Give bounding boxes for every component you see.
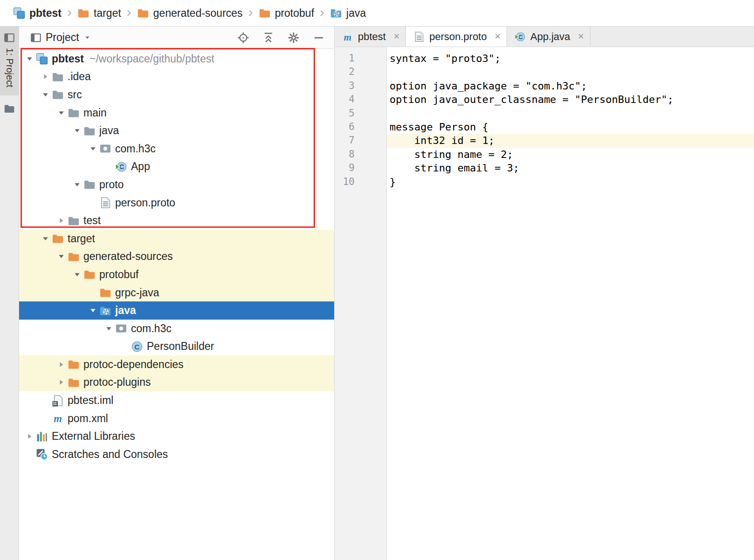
tree-item-java[interactable]: java [19,301,334,320]
tree-item-com-h3c[interactable]: com.h3c [19,320,334,338]
line-number-3: 3 [335,79,386,93]
favorites-icon[interactable] [4,103,15,114]
tree-item-external-libraries[interactable]: External Libraries [19,427,334,445]
package-icon [115,322,127,335]
tree-item-label: protoc-plugins [83,376,151,389]
folder-icon [52,89,64,101]
tree-item-personbuilder[interactable]: CPersonBuilder [19,338,334,356]
tree-item-generated-sources[interactable]: generated-sources [19,248,334,266]
chevron-expanded-icon[interactable] [55,107,67,118]
tree-item-pbtest-iml[interactable]: pbtest.iml [19,391,334,410]
code-line-9[interactable]: string email = 3; [387,161,754,175]
code-line-1[interactable]: syntax = "proto3"; [387,52,754,65]
chevron-collapsed-icon[interactable] [55,377,67,388]
tab-close-icon[interactable]: ✕ [393,32,400,41]
folder-icon [68,107,80,119]
tree-item-scratches-and-consoles[interactable]: Scratches and Consoles [19,445,334,464]
chevron-expanded-icon[interactable] [24,53,35,64]
tree-item-com-h3c[interactable]: com.h3c [19,140,334,158]
panel-title[interactable]: Project [46,31,79,44]
tree-item-label: target [68,232,95,245]
tree-item-proto[interactable]: proto [19,176,334,194]
chevron-expanded-icon[interactable] [103,323,114,334]
breadcrumb-item-java[interactable]: java [330,7,366,20]
tree-item-label: com.h3c [115,143,156,155]
locate-icon[interactable] [237,32,249,44]
tree-item-protoc-plugins[interactable]: protoc-plugins [19,374,334,392]
tree-item-pbtest[interactable]: pbtest~/workspace/github/pbtest [19,50,334,68]
chevron-collapsed-icon[interactable] [40,71,51,82]
svg-text:m: m [54,413,62,424]
tree-item-protobuf[interactable]: protobuf [19,266,334,284]
tree-item-idea[interactable]: .idea [19,68,334,86]
folder-excluded-icon [68,358,80,370]
chevron-expanded-icon[interactable] [87,305,98,316]
breadcrumb-label: java [346,7,366,20]
chevron-collapsed-icon[interactable] [24,431,35,442]
chevron-down-icon[interactable] [83,34,91,41]
generated-root-icon [330,7,342,19]
maven-icon: m [342,31,353,42]
folder-excluded-icon [259,7,271,19]
code-line-5[interactable] [387,107,754,120]
chevron-expanded-icon[interactable] [71,269,82,280]
editor-code[interactable]: syntax = "proto3";option java_package = … [387,47,754,560]
chevron-expanded-icon[interactable] [40,233,51,244]
chevron-expanded-icon[interactable] [40,89,51,100]
chevron-collapsed-icon[interactable] [55,359,67,370]
code-line-3[interactable]: option java_package = "com.h3c"; [387,79,754,93]
hide-icon[interactable] [313,32,325,44]
chevron-collapsed-icon[interactable] [55,215,67,226]
project-panel: Project pbtest~/workspace/github/pbtest.… [19,27,335,560]
folder-excluded-icon [68,376,80,389]
tree-item-test[interactable]: test [19,212,334,230]
code-line-8[interactable]: string name = 2; [387,148,754,161]
chevron-expanded-icon[interactable] [87,143,98,154]
chevron-spacer [40,395,51,406]
tab-close-icon[interactable]: ✕ [578,32,584,41]
breadcrumb-item-generated-sources[interactable]: generated-sources [137,7,243,20]
tree-item-java[interactable]: java [19,122,334,140]
chevron-expanded-icon[interactable] [71,179,82,190]
code-line-2[interactable] [387,65,754,79]
editor-tab-person-proto[interactable]: person.proto✕ [406,27,507,47]
line-number-6: 6 [335,120,386,134]
tree-item-pom-xml[interactable]: mpom.xml [19,410,334,428]
editor-tab-pbtest[interactable]: mpbtest✕ [335,27,406,47]
breadcrumb-label: target [94,7,121,20]
tool-window-button-label: 1: Project [4,48,15,87]
class-icon: C [131,341,143,353]
chevron-expanded-icon[interactable] [71,125,82,137]
breadcrumb: pbtest›target›generated-sources›protobuf… [0,0,754,27]
tree-item-src[interactable]: src [19,86,334,104]
tree-item-protoc-dependencies[interactable]: protoc-dependencies [19,355,334,374]
line-number-1: 1 [335,52,386,65]
code-line-6[interactable]: message Person { [387,120,754,134]
tree-item-app[interactable]: CApp [19,158,334,176]
iml-file-icon [52,395,64,407]
ide-window: pbtest›target›generated-sources›protobuf… [0,0,754,560]
collapse-all-icon[interactable] [262,32,274,44]
code-line-4[interactable]: option java_outer_classname = "PersonBui… [387,93,754,106]
breadcrumb-item-target[interactable]: target [77,7,121,20]
tool-window-button-project[interactable]: 1: Project [0,27,19,96]
tree-item-main[interactable]: main [19,104,334,122]
line-number-5: 5 [335,107,386,120]
code-line-10[interactable]: } [387,175,754,189]
breadcrumb-item-protobuf[interactable]: protobuf [259,7,314,20]
settings-icon[interactable] [288,32,300,44]
project-tree: pbtest~/workspace/github/pbtest.ideasrcm… [19,49,334,560]
editor-tab-app-java[interactable]: CApp.java✕ [507,27,590,47]
breadcrumb-item-pbtest[interactable]: pbtest [13,7,62,20]
folder-icon [83,125,96,137]
tree-item-person-proto[interactable]: person.proto [19,194,334,212]
project-tool-icon [4,32,15,43]
tab-close-icon[interactable]: ✕ [494,32,501,41]
tree-item-grpc-java[interactable]: grpc-java [19,284,334,302]
breadcrumb-label: protobuf [275,7,314,20]
chevron-expanded-icon[interactable] [55,251,67,262]
tree-item-target[interactable]: target [19,230,334,248]
code-line-7[interactable]: int32 id = 1; [387,134,754,147]
tree-item-label: Scratches and Consoles [52,448,168,461]
breadcrumb-separator-icon: › [127,5,131,21]
